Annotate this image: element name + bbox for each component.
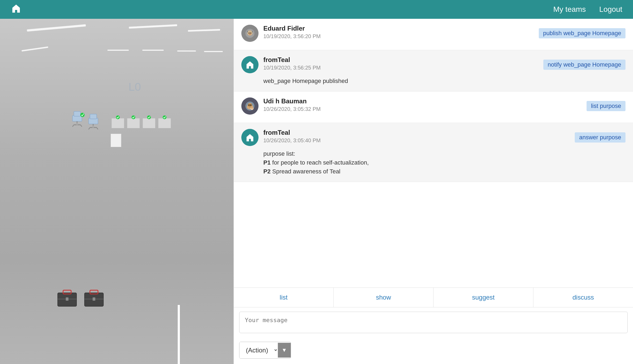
vertical-bar (178, 305, 180, 364)
svg-line-5 (81, 125, 82, 127)
desk-1 (111, 118, 124, 128)
svg-rect-26 (93, 297, 95, 301)
message-body-4: purpose list: P1 for people to reach sel… (263, 149, 625, 176)
svg-point-31 (248, 32, 250, 34)
message-header: Udi h Bauman 10/26/2020, 3:05:32 PM list… (241, 97, 625, 115)
svg-rect-1 (74, 111, 81, 116)
svg-point-14 (92, 126, 94, 128)
svg-point-32 (250, 32, 252, 34)
message-time: 10/19/2020, 3:56:25 PM (263, 65, 539, 71)
quick-action-show[interactable]: show (334, 288, 434, 307)
message-header: Eduard Fidler 10/19/2020, 3:56:20 PM pub… (241, 25, 625, 42)
ceiling-light (188, 29, 220, 32)
suitcase-2 (83, 289, 105, 308)
message-sender: fromTeal (263, 56, 539, 64)
message-tag: list purpose (587, 101, 625, 111)
message-meta: Udi h Bauman 10/26/2020, 3:05:32 PM (263, 97, 582, 112)
svg-rect-9 (90, 114, 97, 119)
navbar: My teams Logout (0, 0, 633, 19)
desk-3 (143, 118, 155, 128)
message-header: fromTeal 10/26/2020, 3:05:40 PM answer p… (241, 129, 625, 146)
svg-line-4 (72, 125, 74, 127)
avatar (241, 25, 259, 42)
workstations (111, 118, 171, 128)
message-sender: Eduard Fidler (263, 25, 534, 32)
message-time: 10/26/2020, 3:05:32 PM (263, 106, 582, 112)
message-tag: notify web_page Homepage (543, 60, 625, 70)
svg-point-7 (80, 113, 85, 117)
navbar-right: My teams Logout (553, 5, 622, 14)
message-header: fromTeal 10/19/2020, 3:56:25 PM notify w… (241, 56, 625, 73)
ceiling-light (129, 24, 177, 28)
desk-4 (158, 118, 171, 128)
chat-messages: Eduard Fidler 10/19/2020, 3:56:20 PM pub… (234, 19, 633, 287)
quick-action-suggest[interactable]: suggest (434, 288, 533, 307)
action-select[interactable]: (Action) (239, 342, 278, 358)
avatar (241, 129, 259, 146)
main-layout: L0 (0, 19, 633, 364)
message-meta: fromTeal 10/19/2020, 3:56:25 PM (263, 56, 539, 71)
message-input-area (234, 307, 633, 338)
message-tag-4: answer purpose (575, 132, 625, 143)
message-sender: Udi h Bauman (263, 97, 582, 105)
svg-point-15 (116, 115, 120, 119)
message-meta: fromTeal 10/26/2020, 3:05:40 PM (263, 129, 570, 144)
action-dropdown[interactable]: (Action) ▼ (239, 342, 291, 359)
dropdown-arrow-icon[interactable]: ▼ (278, 343, 291, 358)
svg-point-42 (251, 106, 253, 109)
svg-point-16 (132, 115, 135, 119)
svg-point-18 (163, 115, 166, 119)
action-row: (Action) ▼ (234, 338, 633, 364)
svg-rect-22 (66, 297, 68, 301)
ceiling-light (27, 24, 86, 31)
ceiling-light (107, 50, 129, 51)
avatar (241, 97, 259, 115)
ceiling-light (21, 46, 48, 52)
quick-action-discuss[interactable]: discuss (533, 288, 633, 307)
svg-line-12 (89, 128, 90, 129)
svg-point-17 (147, 115, 151, 119)
chair-1 (70, 110, 85, 128)
chat-panel: Eduard Fidler 10/19/2020, 3:56:20 PM pub… (234, 19, 633, 364)
quick-actions: list show suggest discuss (234, 287, 633, 307)
quick-action-list[interactable]: list (234, 288, 334, 307)
message-item: fromTeal 10/19/2020, 3:56:25 PM notify w… (234, 50, 633, 92)
avatar (241, 56, 259, 73)
svg-point-6 (76, 123, 78, 125)
message-time-4: 10/26/2020, 3:05:40 PM (263, 137, 570, 144)
scene-label: L0 (129, 81, 141, 93)
svg-point-40 (250, 104, 252, 106)
message-meta: Eduard Fidler 10/19/2020, 3:56:20 PM (263, 25, 534, 39)
chair-2 (86, 113, 101, 130)
message-tag: publish web_page Homepage (539, 28, 625, 38)
svg-point-39 (248, 104, 250, 106)
message-item: Eduard Fidler 10/19/2020, 3:56:20 PM pub… (234, 19, 633, 50)
message-time: 10/19/2020, 3:56:20 PM (263, 33, 534, 39)
message-body: web_page Homepage published (263, 77, 625, 85)
message-sender-4: fromTeal (263, 129, 570, 136)
ceiling-light (142, 50, 164, 51)
svg-line-13 (97, 128, 98, 129)
my-teams-link[interactable]: My teams (553, 5, 586, 14)
scene-panel: L0 (0, 19, 234, 364)
message-input[interactable] (239, 312, 628, 333)
suitcase-1 (56, 289, 78, 308)
logo-icon[interactable] (11, 3, 21, 16)
kiosk (111, 134, 121, 147)
logout-link[interactable]: Logout (599, 5, 622, 14)
desk-2 (127, 118, 140, 128)
message-item: fromTeal 10/26/2020, 3:05:40 PM answer p… (234, 123, 633, 182)
ceiling-light (204, 51, 223, 52)
ceiling-light (177, 50, 196, 52)
message-item: Udi h Bauman 10/26/2020, 3:05:32 PM list… (234, 92, 633, 123)
